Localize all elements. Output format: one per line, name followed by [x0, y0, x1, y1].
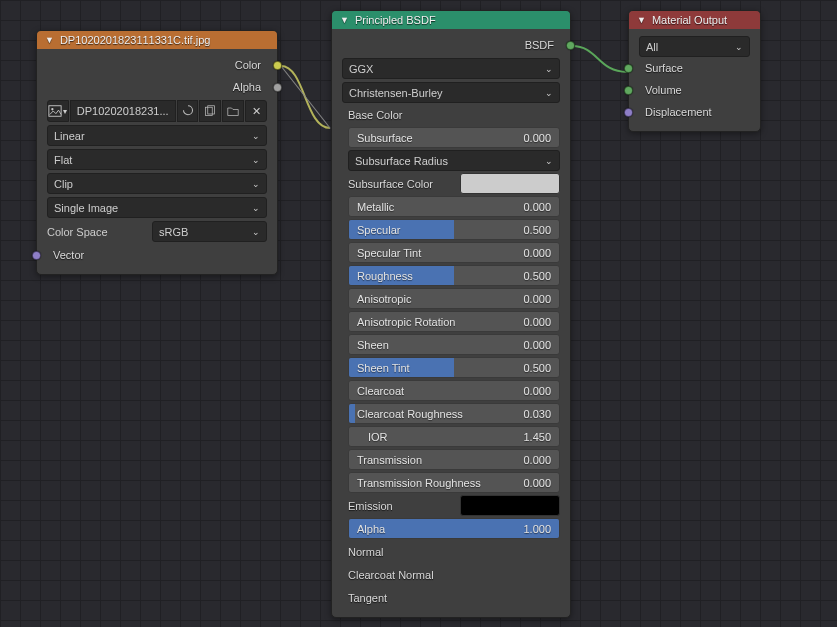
socket-in[interactable]	[624, 86, 633, 95]
new-image-button[interactable]	[199, 100, 221, 122]
value-slider[interactable]: Anisotropic0.000	[348, 288, 560, 309]
bsdf-prop-roughness[interactable]: Roughness0.500	[332, 264, 570, 287]
value-slider[interactable]: Clearcoat Roughness0.030	[348, 403, 560, 424]
socket-out-bsdf[interactable]	[566, 41, 575, 50]
bsdf-prop-subsurface-radius[interactable]: Subsurface Radius⌄	[332, 149, 570, 172]
bsdf-prop-normal[interactable]: Normal	[332, 540, 570, 563]
chevron-down-icon: ⌄	[252, 203, 260, 213]
source-select[interactable]: Single Image⌄	[47, 197, 267, 218]
target-select[interactable]: All⌄	[639, 36, 750, 57]
bsdf-prop-anisotropic[interactable]: Anisotropic0.000	[332, 287, 570, 310]
value-slider[interactable]: Transmission Roughness0.000	[348, 472, 560, 493]
value-slider[interactable]: Clearcoat0.000	[348, 380, 560, 401]
extension-select[interactable]: Clip⌄	[47, 173, 267, 194]
principled-bsdf-node[interactable]: ▼ Principled BSDF BSDF GGX⌄ Christensen-…	[331, 10, 571, 618]
bsdf-prop-subsurface[interactable]: Subsurface0.000	[332, 126, 570, 149]
prop-label: Tangent	[348, 592, 387, 604]
color-swatch[interactable]	[460, 495, 560, 516]
chevron-down-icon: ⌄	[252, 155, 260, 165]
fake-user-button[interactable]	[177, 100, 199, 122]
collapse-icon[interactable]: ▼	[637, 15, 646, 25]
bsdf-prop-clearcoat-roughness[interactable]: Clearcoat Roughness0.030	[332, 402, 570, 425]
projection-select[interactable]: Flat⌄	[47, 149, 267, 170]
bsdf-prop-ior[interactable]: IOR1.450	[332, 425, 570, 448]
sss-method-select[interactable]: Christensen-Burley⌄	[342, 82, 560, 103]
color-space-select[interactable]: sRGB⌄	[152, 221, 267, 242]
chevron-down-icon: ⌄	[252, 131, 260, 141]
bsdf-prop-sheen-tint[interactable]: Sheen Tint0.500	[332, 356, 570, 379]
input-vector[interactable]: Vector	[37, 244, 277, 266]
value-slider[interactable]: Alpha1.000	[348, 518, 560, 539]
image-name-field[interactable]: DP10202018231...	[70, 100, 176, 122]
output-color[interactable]: Color	[37, 54, 277, 76]
value-slider[interactable]: Roughness0.500	[348, 265, 560, 286]
bsdf-prop-specular-tint[interactable]: Specular Tint0.000	[332, 241, 570, 264]
image-browse-button[interactable]: ▾	[47, 100, 69, 122]
bsdf-prop-tangent[interactable]: Tangent	[332, 586, 570, 609]
collapse-icon[interactable]: ▼	[340, 15, 349, 25]
socket-out-alpha[interactable]	[273, 83, 282, 92]
socket-in-vector[interactable]	[32, 251, 41, 260]
bsdf-prop-clearcoat-normal[interactable]: Clearcoat Normal	[332, 563, 570, 586]
socket-in[interactable]	[624, 64, 633, 73]
value-slider[interactable]: Specular Tint0.000	[348, 242, 560, 263]
chevron-down-icon: ⌄	[735, 42, 743, 52]
bsdf-prop-metallic[interactable]: Metallic0.000	[332, 195, 570, 218]
value-slider[interactable]: Sheen Tint0.500	[348, 357, 560, 378]
color-space-label: Color Space	[47, 221, 148, 242]
input-label: Displacement	[645, 106, 712, 118]
output-bsdf[interactable]: BSDF	[332, 34, 570, 56]
svg-point-1	[52, 108, 54, 110]
value-slider[interactable]: Anisotropic Rotation0.000	[348, 311, 560, 332]
prop-label: Subsurface Color	[348, 178, 460, 190]
value-slider[interactable]: Specular0.500	[348, 219, 560, 240]
value-slider[interactable]: Metallic0.000	[348, 196, 560, 217]
chevron-down-icon: ⌄	[252, 227, 260, 237]
socket-out-color[interactable]	[273, 61, 282, 70]
node-header[interactable]: ▼ Material Output	[629, 11, 760, 29]
value-slider[interactable]: Subsurface0.000	[348, 127, 560, 148]
collapse-icon[interactable]: ▼	[45, 35, 54, 45]
prop-label: Clearcoat Normal	[348, 569, 434, 581]
bsdf-prop-emission[interactable]: Emission	[332, 494, 570, 517]
bsdf-prop-base-color[interactable]: Base Color	[332, 103, 570, 126]
open-image-button[interactable]	[222, 100, 244, 122]
prop-select[interactable]: Subsurface Radius⌄	[348, 150, 560, 171]
bsdf-prop-transmission-roughness[interactable]: Transmission Roughness0.000	[332, 471, 570, 494]
input-displacement[interactable]: Displacement	[629, 101, 760, 123]
image-texture-node[interactable]: ▼ DP1020201823111331C.tif.jpg Color Alph…	[36, 30, 278, 275]
chevron-down-icon: ⌄	[545, 88, 553, 98]
prop-label: Emission	[348, 500, 460, 512]
prop-label: Base Color	[348, 109, 402, 121]
output-alpha[interactable]: Alpha	[37, 76, 277, 98]
bsdf-prop-subsurface-color[interactable]: Subsurface Color	[332, 172, 570, 195]
chevron-down-icon: ⌄	[252, 179, 260, 189]
bsdf-prop-sheen[interactable]: Sheen0.000	[332, 333, 570, 356]
color-swatch[interactable]	[460, 173, 560, 194]
distribution-select[interactable]: GGX⌄	[342, 58, 560, 79]
socket-in[interactable]	[624, 108, 633, 117]
input-surface[interactable]: Surface	[629, 57, 760, 79]
unlink-image-button[interactable]: ✕	[245, 100, 267, 122]
input-volume[interactable]: Volume	[629, 79, 760, 101]
node-title: DP1020201823111331C.tif.jpg	[60, 34, 210, 46]
chevron-down-icon: ⌄	[545, 64, 553, 74]
interpolation-select[interactable]: Linear⌄	[47, 125, 267, 146]
node-title: Principled BSDF	[355, 14, 436, 26]
bsdf-prop-alpha[interactable]: Alpha1.000	[332, 517, 570, 540]
image-datablock-row: ▾ DP10202018231... ✕	[37, 100, 277, 122]
bsdf-prop-specular[interactable]: Specular0.500	[332, 218, 570, 241]
bsdf-prop-clearcoat[interactable]: Clearcoat0.000	[332, 379, 570, 402]
node-title: Material Output	[652, 14, 727, 26]
value-slider[interactable]: Sheen0.000	[348, 334, 560, 355]
value-slider[interactable]: Transmission0.000	[348, 449, 560, 470]
material-output-node[interactable]: ▼ Material Output All⌄ SurfaceVolumeDisp…	[628, 10, 761, 132]
value-slider[interactable]: IOR1.450	[348, 426, 560, 447]
bsdf-prop-anisotropic-rotation[interactable]: Anisotropic Rotation0.000	[332, 310, 570, 333]
node-header[interactable]: ▼ DP1020201823111331C.tif.jpg	[37, 31, 277, 49]
bsdf-prop-transmission[interactable]: Transmission0.000	[332, 448, 570, 471]
input-label: Surface	[645, 62, 683, 74]
input-label: Volume	[645, 84, 682, 96]
prop-label: Normal	[348, 546, 383, 558]
node-header[interactable]: ▼ Principled BSDF	[332, 11, 570, 29]
